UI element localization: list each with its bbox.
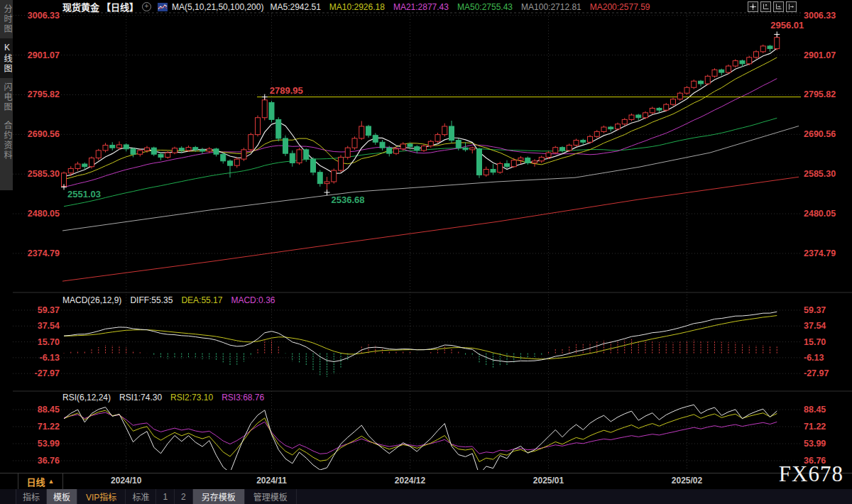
fx678-watermark: FX678	[779, 461, 843, 487]
sidebar-item-0[interactable]: 分时图	[0, 0, 13, 38]
toolbar-item-2[interactable]: VIP指标	[77, 489, 126, 504]
period-selector[interactable]: 日线 ▲	[18, 473, 63, 489]
price-tick-label: 2690.56	[804, 129, 836, 139]
price-tick-label: 15.70	[804, 337, 826, 347]
macd-params: MACD(26,12,9)	[62, 295, 121, 305]
price-tick-label: 59.37	[804, 305, 826, 315]
chart-application: 分时图K线图闪电图合约资料 现货黄金 【日线】 + MA(5,10,21,50,…	[0, 0, 852, 504]
scale-up-icon[interactable]	[760, 1, 771, 12]
chart-header: 现货黄金 【日线】 + MA(5,10,21,50,100,200) MA5:2…	[62, 1, 650, 12]
sidebar-item-1[interactable]: K线图	[0, 38, 13, 78]
price-tick-label: 2374.79	[804, 248, 836, 258]
date-label: 2025/01	[528, 476, 570, 486]
price-tick-label: -6.13	[804, 353, 824, 363]
date-label: 2024/11	[251, 476, 293, 486]
rsi2-value: RSI2:73.10	[170, 393, 213, 402]
toolbar-item-6[interactable]: 另存模板	[193, 489, 245, 504]
toolbar-item-0[interactable]: 指标	[16, 489, 47, 504]
price-tick-label: 37.54	[804, 321, 826, 331]
period-tag: 【日线】	[102, 0, 138, 13]
toolbar-item-3[interactable]: 标准	[126, 489, 156, 504]
ma-value-2: MA21:2877.43	[393, 2, 449, 12]
macd-diff-value: DIFF:55.35	[130, 295, 173, 305]
instrument-title: 现货黄金	[62, 0, 99, 13]
price-tick-label: 2795.82	[804, 89, 836, 99]
toolbar-item-4[interactable]: 1	[156, 489, 175, 504]
time-axis-row: 日线 ▲ 2024/102024/112024/122025/012025/02	[0, 473, 852, 490]
price-annotation: 2789.95	[270, 85, 303, 96]
date-label: 2024/12	[389, 476, 432, 486]
price-tick-label: 53.99	[804, 439, 826, 449]
ma-config-label: MA(5,10,21,50,100,200)	[172, 2, 263, 12]
insert-pane-icon[interactable]	[786, 1, 797, 12]
price-tick-label: 88.45	[804, 405, 826, 415]
price-tick-label: 2901.07	[804, 50, 836, 60]
bottom-toolbar: 指标模板VIP指标标准12另存模板管理模板	[0, 489, 852, 504]
macd-value: MACD:0.36	[231, 295, 275, 305]
up-triangle-icon: ▲	[48, 478, 55, 485]
price-annotation: 2956.01	[770, 20, 804, 31]
chart-tool-icons	[748, 1, 797, 12]
ma-value-3: MA50:2755.43	[457, 2, 513, 12]
price-tick-label: 3006.33	[804, 11, 836, 21]
date-label: 2024/10	[105, 476, 148, 486]
price-tick-label: 2480.05	[804, 209, 836, 219]
toolbar-item-7[interactable]: 管理模板	[245, 489, 297, 504]
expand-icon[interactable]: +	[142, 2, 151, 11]
ma-values: MA5:2942.51MA10:2926.18MA21:2877.43MA50:…	[270, 2, 650, 12]
rsi-header: RSI(6,12,24) RSI1:74.30 RSI2:73.10 RSI3:…	[62, 393, 264, 402]
sidebar-item-3[interactable]: 合约资料	[0, 116, 13, 165]
rsi3-value: RSI3:68.76	[222, 393, 264, 402]
ma-value-4: MA100:2712.81	[521, 2, 581, 12]
chart-canvas[interactable]: 3006.333006.332901.072901.072795.822795.…	[0, 0, 852, 504]
indicator-settings-icon[interactable]	[158, 3, 168, 11]
toolbar-item-5[interactable]: 2	[175, 489, 193, 504]
toolbar-item-1[interactable]: 模板	[47, 489, 77, 504]
price-annotation: 2551.03	[67, 189, 101, 199]
date-label: 2025/02	[666, 476, 709, 486]
price-tick-label: -27.97	[804, 368, 829, 378]
left-sidebar: 分时图K线图闪电图合约资料	[0, 0, 13, 190]
sidebar-item-2[interactable]: 闪电图	[0, 78, 13, 116]
period-label: 日线	[27, 475, 45, 488]
macd-header: MACD(26,12,9) DIFF:55.35 DEA:55.17 MACD:…	[62, 295, 275, 305]
ma-value-5: MA200:2577.59	[590, 2, 650, 12]
price-tick-label: 71.22	[804, 422, 826, 432]
ma-value-0: MA5:2942.51	[270, 2, 320, 12]
price-tick-label: 2585.30	[804, 169, 836, 179]
crosshair-pan-icon[interactable]	[748, 1, 758, 12]
rsi-params: RSI(6,12,24)	[62, 393, 111, 402]
ma-value-1: MA10:2926.18	[329, 2, 385, 12]
price-annotation: 2536.68	[332, 195, 365, 205]
scale-right-icon[interactable]	[773, 1, 784, 12]
rsi1-value: RSI1:74.30	[119, 393, 162, 402]
corner-box[interactable]	[0, 489, 16, 504]
macd-dea-value: DEA:55.17	[181, 295, 222, 305]
